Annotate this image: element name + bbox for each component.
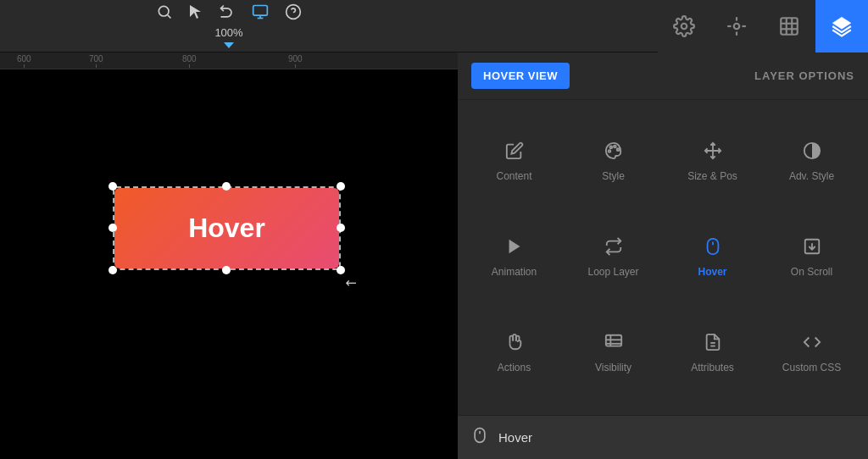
- hover-view-button[interactable]: HOVER VIEW: [471, 63, 570, 89]
- option-attributes[interactable]: Attributes: [663, 306, 762, 401]
- option-animation[interactable]: Animation: [465, 209, 564, 305]
- arrows-icon: [704, 141, 722, 165]
- help-icon[interactable]: [285, 3, 302, 25]
- undo-icon[interactable]: [219, 3, 236, 25]
- svg-point-22: [608, 150, 610, 152]
- touch-icon: [505, 333, 524, 357]
- option-style-label: Style: [602, 170, 625, 182]
- half-circle-icon: [803, 141, 821, 165]
- svg-point-0: [159, 6, 169, 16]
- document-icon: [704, 333, 722, 357]
- option-visibility-label: Visibility: [595, 362, 632, 373]
- option-on-scroll-label: On Scroll: [791, 266, 832, 278]
- ruler-tick-800: 800: [182, 54, 197, 68]
- loop-icon: [604, 237, 623, 261]
- option-style[interactable]: Style: [564, 113, 663, 209]
- ruler-tick-600: 600: [17, 54, 31, 68]
- handle-top-left[interactable]: [108, 182, 117, 191]
- toolbar-left: 100%: [0, 3, 458, 48]
- option-attributes-label: Attributes: [691, 362, 734, 373]
- svg-point-8: [734, 23, 740, 29]
- tab-media[interactable]: [763, 0, 815, 53]
- option-loop-layer[interactable]: Loop Layer: [564, 209, 663, 305]
- resize-icon[interactable]: ↙: [342, 273, 361, 292]
- tab-layers[interactable]: [815, 0, 868, 53]
- pencil-icon: [505, 141, 524, 165]
- toolbar: 100%: [0, 0, 868, 53]
- code-icon: [803, 333, 821, 357]
- download-box-icon: [803, 237, 821, 261]
- handle-top-middle[interactable]: [222, 182, 231, 191]
- main-area: 600 700 800 900 Hover: [0, 53, 868, 459]
- canvas-element-label: Hover: [188, 213, 265, 244]
- option-content[interactable]: Content: [465, 113, 564, 209]
- handle-bottom-middle[interactable]: [222, 266, 231, 274]
- visibility-icon: [604, 333, 623, 357]
- tab-settings[interactable]: [658, 0, 710, 53]
- right-panel: HOVER VIEW LAYER OPTIONS Content: [458, 53, 868, 459]
- svg-rect-2: [253, 6, 268, 16]
- handle-top-right[interactable]: [337, 182, 345, 191]
- handle-middle-right[interactable]: [337, 224, 345, 232]
- handle-bottom-right[interactable]: [337, 266, 345, 274]
- option-animation-label: Animation: [492, 266, 537, 278]
- search-icon[interactable]: [156, 3, 173, 25]
- bottom-bar-icon: [471, 427, 488, 448]
- option-size-pos-label: Size & Pos: [687, 170, 737, 182]
- options-grid: Content Style Size &: [458, 100, 868, 415]
- canvas-viewport[interactable]: Hover ↙: [0, 69, 458, 459]
- bottom-bar-label: Hover: [498, 430, 532, 445]
- panel-tabs: [658, 0, 868, 52]
- handle-bottom-left[interactable]: [108, 266, 117, 274]
- option-content-label: Content: [496, 170, 531, 182]
- option-visibility[interactable]: Visibility: [564, 306, 663, 401]
- option-hover[interactable]: Hover: [663, 209, 762, 305]
- option-adv-style-label: Adv. Style: [789, 170, 834, 182]
- option-hover-label: Hover: [698, 266, 726, 278]
- svg-rect-13: [781, 18, 798, 35]
- option-loop-layer-label: Loop Layer: [587, 266, 638, 278]
- ruler: 600 700 800 900: [0, 53, 458, 69]
- option-adv-style[interactable]: Adv. Style: [762, 113, 861, 209]
- palette-icon: [604, 141, 623, 165]
- option-custom-css[interactable]: Custom CSS: [762, 306, 861, 401]
- canvas-area: 600 700 800 900 Hover: [0, 53, 458, 459]
- zoom-label: 100%: [214, 26, 242, 39]
- svg-point-19: [614, 145, 616, 147]
- svg-line-1: [168, 15, 171, 19]
- zoom-indicator: [224, 42, 234, 48]
- bottom-bar: Hover: [458, 415, 868, 459]
- ruler-tick-700: 700: [89, 54, 103, 68]
- panel-header: HOVER VIEW LAYER OPTIONS: [458, 53, 868, 100]
- option-size-pos[interactable]: Size & Pos: [663, 113, 762, 209]
- canvas-element[interactable]: Hover: [114, 188, 339, 268]
- handle-middle-left[interactable]: [108, 224, 117, 232]
- svg-marker-23: [509, 240, 520, 254]
- option-actions[interactable]: Actions: [465, 306, 564, 401]
- option-actions-label: Actions: [498, 362, 531, 373]
- cursor-icon[interactable]: [188, 3, 203, 25]
- option-custom-css-label: Custom CSS: [782, 362, 841, 373]
- svg-point-7: [682, 23, 687, 29]
- svg-point-20: [616, 148, 619, 151]
- layer-options-label: LAYER OPTIONS: [754, 69, 854, 82]
- ruler-tick-900: 900: [288, 54, 303, 68]
- tab-layout[interactable]: [710, 0, 763, 53]
- play-icon: [505, 237, 524, 261]
- mouse-icon: [704, 237, 722, 261]
- monitor-icon[interactable]: [251, 3, 270, 25]
- option-on-scroll[interactable]: On Scroll: [762, 209, 861, 305]
- svg-point-21: [609, 146, 612, 148]
- toolbar-icons: [156, 3, 302, 25]
